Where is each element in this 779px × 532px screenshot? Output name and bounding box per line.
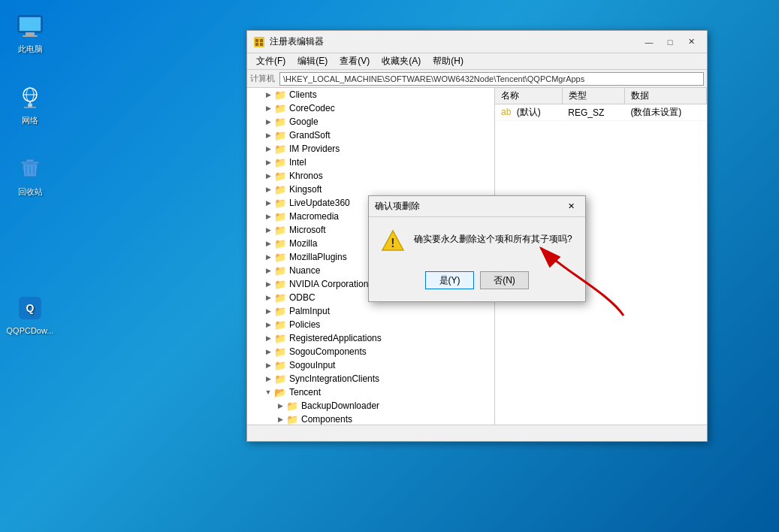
window-statusbar xyxy=(247,425,707,441)
address-label: 计算机 xyxy=(250,73,275,84)
tree-label: MozillaPlugins xyxy=(289,250,347,264)
dialog-titlebar: 确认项删除 ✕ xyxy=(369,196,585,217)
menu-edit[interactable]: 编辑(E) xyxy=(291,53,334,69)
expand-icon: ▶ xyxy=(262,183,274,195)
folder-icon: 📁 xyxy=(274,225,286,235)
dialog-close-button[interactable]: ✕ xyxy=(563,199,579,214)
folder-icon: 📁 xyxy=(274,171,286,181)
svg-rect-18 xyxy=(255,39,258,42)
expand-icon: ▶ xyxy=(262,292,274,304)
folder-icon: 📁 xyxy=(274,279,286,289)
window-controls: — □ ✕ xyxy=(639,34,701,50)
expand-icon: ▶ xyxy=(262,251,274,263)
desktop-icon-network[interactable]: 网络 xyxy=(8,83,53,125)
expand-icon: ▶ xyxy=(262,116,274,128)
tree-item-intel[interactable]: ▶ 📁 Intel xyxy=(247,156,494,169)
tree-item-corecodec[interactable]: ▶ 📁 CoreCodec xyxy=(247,101,494,115)
svg-point-7 xyxy=(28,103,32,107)
tree-label: BackupDownloader xyxy=(301,399,379,413)
tree-label: SyncIntegrationClients xyxy=(289,372,379,385)
folder-icon: 📁 xyxy=(274,319,286,330)
tree-item-sogoucomponents[interactable]: ▶ 📁 SogouComponents xyxy=(247,345,494,358)
network-icon-img xyxy=(15,83,45,113)
tree-label: SogouInput xyxy=(289,358,335,372)
folder-icon: 📁 xyxy=(286,401,298,411)
menu-help[interactable]: 帮助(H) xyxy=(427,53,470,69)
reg-name-icon: ab xyxy=(501,107,511,117)
expand-icon-tencent: ▼ xyxy=(262,386,274,398)
tree-item-khronos[interactable]: ▶ 📁 Khronos xyxy=(247,169,494,183)
close-button[interactable]: ✕ xyxy=(681,34,701,50)
minimize-button[interactable]: — xyxy=(639,34,659,50)
recycle-icon-img xyxy=(15,154,45,184)
tree-item-improviders[interactable]: ▶ 📁 IM Providers xyxy=(247,142,494,156)
window-menubar: 文件(F) 编辑(E) 查看(V) 收藏夹(A) 帮助(H) xyxy=(247,53,707,70)
folder-icon: 📁 xyxy=(274,238,286,249)
folder-icon: 📁 xyxy=(274,306,286,316)
tree-label: Nuance xyxy=(289,264,320,277)
tree-item-sogoginput[interactable]: ▶ 📁 SogouInput xyxy=(247,358,494,372)
svg-rect-1 xyxy=(20,17,41,31)
svg-rect-3 xyxy=(23,35,38,37)
col-type: 类型 xyxy=(562,88,624,104)
tree-item-syncintegration[interactable]: ▶ 📁 SyncIntegrationClients xyxy=(247,372,494,385)
expand-icon: ▶ xyxy=(262,143,274,155)
folder-icon: 📁 xyxy=(274,89,286,100)
dialog-message: 确实要永久删除这个项和所有其子项吗? xyxy=(414,229,572,246)
menu-view[interactable]: 查看(V) xyxy=(334,53,376,69)
tree-item-backupdownloader[interactable]: ▶ 📁 BackupDownloader xyxy=(247,399,494,413)
tree-item-components[interactable]: ▶ 📁 Components xyxy=(247,413,494,425)
no-button[interactable]: 否(N) xyxy=(480,271,529,289)
svg-rect-19 xyxy=(260,39,263,42)
tree-label: Google xyxy=(289,115,319,128)
yes-button[interactable]: 是(Y) xyxy=(425,271,474,289)
tree-label: Intel xyxy=(289,156,306,169)
desktop-icon-qqpc[interactable]: Q QQPCDow... xyxy=(8,293,53,336)
folder-icon: 📁 xyxy=(274,252,286,262)
folder-icon: 📁 xyxy=(274,333,286,343)
dialog-body: ! 确实要永久删除这个项和所有其子项吗? xyxy=(369,217,585,265)
expand-icon: ▶ xyxy=(262,197,274,209)
menu-favorites[interactable]: 收藏夹(A) xyxy=(376,53,427,69)
expand-icon: ▶ xyxy=(262,156,274,168)
tree-label: ODBC xyxy=(289,291,316,304)
folder-icon: 📁 xyxy=(274,198,286,208)
tree-label: PalmInput xyxy=(289,304,330,318)
tree-label: Microsoft xyxy=(289,223,326,237)
expand-icon: ▶ xyxy=(262,89,274,101)
reg-data: (数值未设置) xyxy=(624,104,706,121)
menu-file[interactable]: 文件(F) xyxy=(250,53,291,69)
tree-label: Macromedia xyxy=(289,210,339,223)
address-path[interactable]: \HKEY_LOCAL_MACHINE\SOFTWARE\WOW6432Node… xyxy=(279,72,704,86)
folder-icon: 📁 xyxy=(274,292,286,303)
table-row[interactable]: ab (默认) REG_SZ (数值未设置) xyxy=(495,104,707,121)
folder-icon: 📁 xyxy=(274,116,286,127)
expand-icon: ▶ xyxy=(262,170,274,182)
warning-icon: ! xyxy=(381,229,405,253)
tree-item-registeredapps[interactable]: ▶ 📁 RegisteredApplications xyxy=(247,331,494,345)
tencent-label: Tencent xyxy=(289,385,321,399)
expand-icon: ▶ xyxy=(262,237,274,249)
svg-rect-11 xyxy=(26,159,34,162)
expand-icon: ▶ xyxy=(262,129,274,141)
expand-icon: ▶ xyxy=(262,332,274,344)
svg-text:Q: Q xyxy=(26,302,35,314)
tree-item-clients[interactable]: ▶ 📁 Clients xyxy=(247,88,494,101)
maximize-button[interactable]: □ xyxy=(660,34,680,50)
desktop-icon-recycle[interactable]: 回收站 xyxy=(8,154,53,197)
tree-item-google[interactable]: ▶ 📁 Google xyxy=(247,115,494,128)
desktop-icon-pc[interactable]: 此电脑 xyxy=(8,11,53,54)
tree-item-grandsoft[interactable]: ▶ 📁 GrandSoft xyxy=(247,128,494,142)
folder-icon: 📁 xyxy=(274,157,286,168)
tree-label: Policies xyxy=(289,318,320,331)
tree-item-tencent[interactable]: ▼ 📂 Tencent xyxy=(247,385,494,399)
tree-item-kingsoft[interactable]: ▶ 📁 Kingsoft xyxy=(247,183,494,196)
tree-item-policies[interactable]: ▶ 📁 Policies xyxy=(247,318,494,331)
pc-icon-img xyxy=(15,11,45,41)
svg-rect-20 xyxy=(255,43,258,46)
qqpc-icon-img: Q xyxy=(15,293,45,323)
svg-rect-21 xyxy=(260,43,263,46)
folder-icon: 📁 xyxy=(274,346,286,357)
tree-item-palminput[interactable]: ▶ 📁 PalmInput xyxy=(247,304,494,318)
dialog-title-text: 确认项删除 xyxy=(375,200,563,213)
